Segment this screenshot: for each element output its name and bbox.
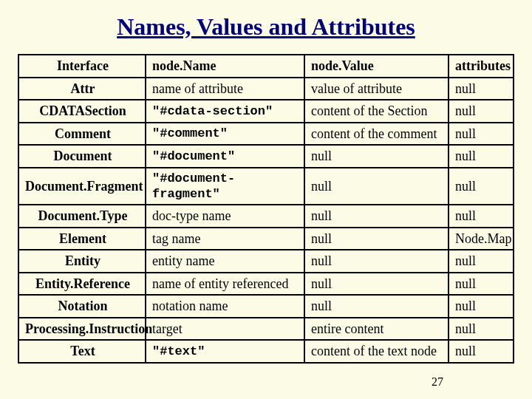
- cell-nodevalue: null: [304, 228, 449, 250]
- cell-attributes: null: [449, 205, 514, 228]
- cell-nodename: "#text": [146, 340, 304, 363]
- slide: Names, Values and Attributes Interfaceno…: [0, 0, 532, 399]
- table-row: Entity.Referencename of entity reference…: [18, 273, 514, 296]
- cell-nodevalue: null: [304, 168, 449, 205]
- cell-interface: Comment: [18, 123, 146, 146]
- cell-attributes: null: [449, 78, 514, 100]
- table-row: Document"#document"nullnull: [18, 145, 514, 168]
- cell-nodename: "#comment": [146, 123, 304, 146]
- cell-interface: Notation: [18, 295, 146, 318]
- col-attributes: attributes: [449, 55, 514, 78]
- table-row: Notationnotation namenullnull: [18, 295, 514, 318]
- cell-nodevalue: content of the text node: [304, 340, 449, 363]
- cell-attributes: null: [449, 250, 514, 273]
- cell-nodevalue: null: [304, 205, 449, 228]
- table-row: Document.Typedoc-type namenullnull: [18, 205, 514, 228]
- cell-attributes: null: [449, 100, 514, 123]
- cell-nodename: notation name: [146, 295, 304, 318]
- cell-attributes: null: [449, 273, 514, 296]
- cell-nodevalue: entire content: [304, 318, 449, 341]
- cell-attributes: null: [449, 123, 514, 146]
- cell-nodename: "#cdata-section": [146, 100, 304, 123]
- cell-attributes: null: [449, 145, 514, 168]
- table-row: CDATASection"#cdata-section"content of t…: [18, 100, 514, 123]
- col-interface: Interface: [18, 55, 146, 78]
- table-header-row: Interfacenode.Namenode.Valueattributes: [18, 55, 514, 78]
- cell-interface: Text: [18, 340, 146, 363]
- table-row: Attrname of attributevalue of attributen…: [18, 78, 514, 100]
- cell-attributes: null: [449, 318, 514, 341]
- cell-attributes: null: [449, 168, 514, 205]
- cell-interface: Document.Fragment: [18, 168, 146, 205]
- cell-nodename: doc-type name: [146, 205, 304, 228]
- cell-interface: Document.Type: [18, 205, 146, 228]
- cell-nodename: "#document": [146, 145, 304, 168]
- col-nodename: node.Name: [146, 55, 304, 78]
- cell-nodevalue: null: [304, 250, 449, 273]
- table-row: Text"#text"content of the text nodenull: [18, 340, 514, 363]
- table-row: Processing.Instructiontargetentire conte…: [18, 318, 514, 341]
- cell-nodevalue: null: [304, 295, 449, 318]
- cell-nodename: entity name: [146, 250, 304, 273]
- cell-interface: Entity: [18, 250, 146, 273]
- cell-nodename: tag name: [146, 228, 304, 250]
- cell-attributes: null: [449, 340, 514, 363]
- cell-nodename: target: [146, 318, 304, 341]
- cell-nodevalue: value of attribute: [304, 78, 449, 100]
- cell-nodename: name of attribute: [146, 78, 304, 100]
- cell-interface: CDATASection: [18, 100, 146, 123]
- cell-interface: Attr: [18, 78, 146, 100]
- table-row: Entityentity namenullnull: [18, 250, 514, 273]
- col-nodevalue: node.Value: [304, 55, 449, 78]
- cell-nodevalue: null: [304, 273, 449, 296]
- cell-nodevalue: null: [304, 145, 449, 168]
- table-row: Comment"#comment"content of the commentn…: [18, 123, 514, 146]
- cell-interface: Element: [18, 228, 146, 250]
- cell-nodename: name of entity referenced: [146, 273, 304, 296]
- page-number: 27: [432, 375, 443, 389]
- table-row: Document.Fragment"#document-fragment"nul…: [18, 168, 514, 205]
- cell-nodevalue: content of the Section: [304, 100, 449, 123]
- cell-interface: Processing.Instruction: [18, 318, 146, 341]
- cell-attributes: Node.Map: [449, 228, 514, 250]
- dom-interfaces-table: Interfacenode.Namenode.ValueattributesAt…: [18, 54, 514, 364]
- cell-attributes: null: [449, 295, 514, 318]
- cell-interface: Entity.Reference: [18, 273, 146, 296]
- cell-nodename: "#document-fragment": [146, 168, 304, 205]
- cell-interface: Document: [18, 145, 146, 168]
- table-row: Elementtag namenullNode.Map: [18, 228, 514, 250]
- page-title: Names, Values and Attributes: [18, 13, 514, 41]
- cell-nodevalue: content of the comment: [304, 123, 449, 146]
